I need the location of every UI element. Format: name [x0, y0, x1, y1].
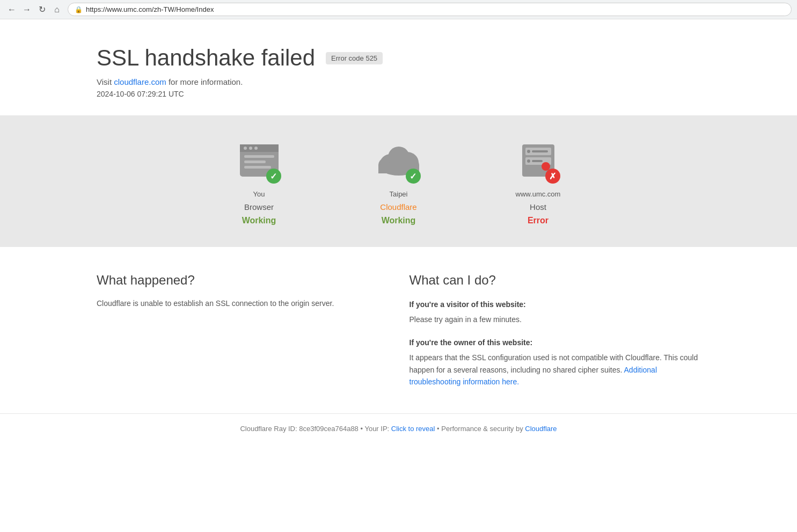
visit-text: Visit cloudflare.com for more informatio…: [97, 77, 771, 86]
visitor-text: Please try again in a few minutes.: [410, 314, 701, 325]
what-happened-body: Cloudflare is unable to establish an SSL…: [97, 297, 388, 309]
click-to-reveal[interactable]: Click to reveal: [391, 425, 435, 433]
svg-rect-20: [532, 150, 548, 152]
browser-service: Browser: [244, 202, 274, 212]
owner-text: It appears that the SSL configuration us…: [410, 352, 701, 388]
server-icon-wrapper: ✗: [514, 137, 562, 186]
visit-prefix: Visit: [97, 77, 114, 86]
svg-point-19: [527, 159, 530, 163]
what-happened-title: What happened?: [97, 273, 388, 288]
your-ip-label: Your IP:: [364, 425, 391, 433]
cloudflare-link[interactable]: cloudflare.com: [114, 77, 166, 86]
svg-rect-2: [240, 150, 279, 152]
lock-icon: 🔒: [75, 6, 83, 13]
svg-rect-21: [532, 160, 543, 162]
browser-location: You: [253, 190, 265, 198]
back-button[interactable]: ←: [5, 3, 18, 16]
footer: Cloudflare Ray ID: 8ce3f09cea764a88 • Yo…: [0, 414, 797, 443]
browser-status-badge: ✓: [266, 169, 281, 184]
cloudflare-location: Taipei: [390, 190, 408, 198]
host-location: www.umc.com: [516, 190, 561, 198]
svg-rect-8: [244, 166, 271, 169]
ray-id-label: Cloudflare Ray ID:: [240, 425, 299, 433]
visit-suffix: for more information.: [166, 77, 243, 86]
forward-button[interactable]: →: [20, 3, 33, 16]
status-item-host: ✗ www.umc.com Host Error: [469, 137, 608, 225]
status-section: ✓ You Browser Working ✓ Taipei Cloudflar…: [0, 116, 797, 236]
cloud-icon-wrapper: ✓: [375, 137, 423, 186]
host-result: Error: [528, 216, 549, 225]
owner-section: If you're the owner of this website: It …: [410, 337, 701, 388]
url-text: https://www.umc.com/zh-TW/Home/Index: [86, 5, 214, 13]
error-title-row: SSL handshake failed Error code 525: [97, 45, 771, 71]
home-button[interactable]: ⌂: [50, 3, 63, 16]
performance-label: • Performance & security by: [437, 425, 525, 433]
status-divider: [0, 236, 797, 247]
svg-point-3: [244, 147, 247, 150]
browser-icon-wrapper: ✓: [235, 137, 283, 186]
owner-heading: If you're the owner of this website:: [410, 337, 701, 348]
bullet-1: •: [360, 425, 363, 433]
error-title: SSL handshake failed: [97, 45, 315, 71]
status-item-cloudflare: ✓ Taipei Cloudflare Working: [329, 137, 469, 225]
what-can-i-do-section: What can I do? If you're a visitor of th…: [410, 273, 701, 388]
timestamp: 2024-10-06 07:29:21 UTC: [97, 90, 771, 98]
what-can-i-do-title: What can I do?: [410, 273, 701, 288]
browser-chrome: ← → ↻ ⌂ 🔒 https://www.umc.com/zh-TW/Home…: [0, 0, 797, 19]
error-header: SSL handshake failed Error code 525 Visi…: [0, 19, 797, 116]
main-content: What happened? Cloudflare is unable to e…: [0, 247, 797, 414]
status-item-browser: ✓ You Browser Working: [189, 137, 329, 225]
cloudflare-result: Working: [382, 216, 416, 225]
refresh-button[interactable]: ↻: [35, 3, 48, 16]
host-service: Host: [530, 202, 546, 212]
cloudflare-footer-link[interactable]: Cloudflare: [525, 425, 557, 433]
svg-point-18: [527, 150, 530, 153]
svg-point-5: [254, 147, 258, 150]
what-happened-section: What happened? Cloudflare is unable to e…: [97, 273, 388, 388]
browser-nav: ← → ↻ ⌂: [5, 3, 63, 16]
visitor-heading: If you're a visitor of this website:: [410, 298, 701, 310]
cloudflare-status-badge: ✓: [406, 169, 421, 184]
cloudflare-service: Cloudflare: [380, 202, 416, 212]
svg-rect-7: [244, 161, 266, 163]
svg-rect-6: [244, 155, 274, 158]
browser-result: Working: [242, 216, 276, 225]
ray-id-value: 8ce3f09cea764a88: [299, 425, 359, 433]
host-status-badge: ✗: [545, 169, 560, 184]
address-bar[interactable]: 🔒 https://www.umc.com/zh-TW/Home/Index: [68, 3, 792, 16]
visitor-section: If you're a visitor of this website: Ple…: [410, 298, 701, 326]
svg-point-4: [249, 147, 252, 150]
error-badge: Error code 525: [326, 52, 383, 64]
